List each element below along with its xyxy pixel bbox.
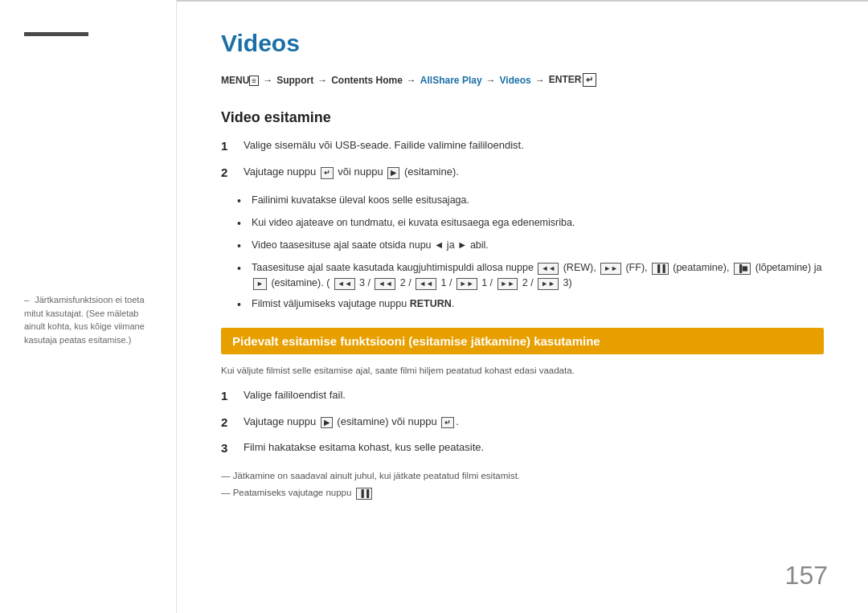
breadcrumb-arrow4: → xyxy=(486,75,496,86)
sub-step-3: 3 Filmi hakatakse esitama kohast, kus se… xyxy=(221,439,824,458)
highlight-note: Kui väljute filmist selle esitamise ajal… xyxy=(221,364,824,378)
sidebar: – Järtkamisfunktsioon ei toeta mitut kas… xyxy=(0,0,177,613)
breadcrumb-support: Support xyxy=(276,75,313,86)
section1-title: Video esitamine xyxy=(221,109,824,126)
rew3-icon: ◄◄ xyxy=(334,278,355,290)
return-label: RETURN xyxy=(410,298,452,309)
rew-icon: ◄◄ xyxy=(538,263,559,275)
highlight-section-title: Pidevalt esitamise funktsiooni (esitamis… xyxy=(221,328,824,354)
ff3-icon: ►► xyxy=(538,278,559,290)
page-number: 157 xyxy=(785,561,828,591)
breadcrumb-menu: MENU≡ xyxy=(221,75,259,86)
step2-number: 2 xyxy=(221,164,239,182)
bullet-2-text: Kui video ajateave on tundmatu, ei kuvat… xyxy=(252,215,575,231)
breadcrumb: MENU≡ → Support → Contents Home → AllSha… xyxy=(221,73,824,87)
sub-step-2: 2 Vajutage nuppu ▶ (esitamine) või nuppu… xyxy=(221,414,824,432)
sidebar-dash: – xyxy=(24,293,29,307)
main-content: Videos MENU≡ → Support → Contents Home →… xyxy=(177,0,868,613)
bullet-5-text: Filmist väljumiseks vajutage nuppu RETUR… xyxy=(252,296,454,312)
enter-icon: ↵ xyxy=(583,73,596,87)
breadcrumb-arrow2: → xyxy=(317,75,327,86)
breadcrumb-arrow3: → xyxy=(407,75,416,86)
rew2-icon: ◄◄ xyxy=(375,278,395,290)
sub-numbered-list: 1 Valige faililoendist fail. 2 Vajutage … xyxy=(221,387,824,458)
numbered-list: 1 Valige sisemälu või USB-seade. Failide… xyxy=(221,137,824,182)
play-icon-small: ↵ xyxy=(321,167,334,179)
sub-step2-number: 2 xyxy=(221,414,239,432)
ff-icon: ►► xyxy=(600,263,621,275)
sub-step1-number: 1 xyxy=(221,387,239,406)
bullet-1: Failinimi kuvatakse üleval koos selle es… xyxy=(237,193,824,210)
bullet-5: Filmist väljumiseks vajutage nuppu RETUR… xyxy=(237,296,824,313)
sidebar-note: – Järtkamisfunktsioon ei toeta mitut kas… xyxy=(24,293,160,346)
sub-step2-text: Vajutage nuppu ▶ (esitamine) või nuppu ↵… xyxy=(244,414,459,430)
pause-icon2: ▐▐ xyxy=(356,488,373,500)
sidebar-note-text: Järtkamisfunktsioon ei toeta mitut kasut… xyxy=(24,295,145,345)
play-icon2: ► xyxy=(253,278,267,290)
sub-enter-icon: ↵ xyxy=(441,417,454,429)
step-2: 2 Vajutage nuppu ↵ või nuppu ▶ (esitamin… xyxy=(221,164,824,182)
pause-icon: ▐▐ xyxy=(652,263,669,275)
bullet-4-text: Taasesituse ajal saate kasutada kaugjuht… xyxy=(252,260,824,291)
bullet-2: Kui video ajateave on tundmatu, ei kuvat… xyxy=(237,215,824,232)
rew1-icon: ◄◄ xyxy=(416,278,436,290)
breadcrumb-contents-home: Contents Home xyxy=(331,75,403,86)
bottom-note1: Jätkamine on saadaval ainult juhul, kui … xyxy=(221,469,824,483)
bullet-3: Video taasesituse ajal saate otsida nupu… xyxy=(237,238,824,255)
sub-play-icon: ▶ xyxy=(321,417,333,429)
sidebar-bar xyxy=(24,32,88,36)
step-1: 1 Valige sisemälu või USB-seade. Failide… xyxy=(221,137,824,156)
ff2-icon: ►► xyxy=(497,278,518,290)
bottom-note2: Peatamiseks vajutage nuppu ▐▐ xyxy=(221,486,824,500)
bullet-list: Failinimi kuvatakse üleval koos selle es… xyxy=(237,193,824,313)
ff1-icon: ►► xyxy=(457,278,477,290)
bullet-3-text: Video taasesituse ajal saate otsida nupu… xyxy=(252,238,489,253)
sub-step1-text: Valige faililoendist fail. xyxy=(244,387,346,403)
page-title: Videos xyxy=(221,30,824,57)
bullet-4: Taasesituse ajal saate kasutada kaugjuht… xyxy=(237,260,824,291)
step1-text: Valige sisemälu või USB-seade. Failide v… xyxy=(244,137,524,153)
step1-number: 1 xyxy=(221,137,239,156)
sub-step-1: 1 Valige faililoendist fail. xyxy=(221,387,824,406)
bullet-1-text: Failinimi kuvatakse üleval koos selle es… xyxy=(252,193,469,208)
play-icon: ▶ xyxy=(387,167,399,179)
breadcrumb-enter: ENTER↵ xyxy=(549,73,597,87)
stop-icon: ▐◼ xyxy=(734,263,751,275)
breadcrumb-arrow5: → xyxy=(535,75,545,86)
sub-step3-text: Filmi hakatakse esitama kohast, kus sell… xyxy=(244,439,484,456)
breadcrumb-videos: Videos xyxy=(500,75,531,86)
sub-step3-number: 3 xyxy=(221,439,239,458)
step2-text: Vajutage nuppu ↵ või nuppu ▶ (esitamine)… xyxy=(244,164,459,180)
breadcrumb-arrow1: → xyxy=(263,75,272,86)
breadcrumb-allshare: AllShare Play xyxy=(420,75,482,86)
